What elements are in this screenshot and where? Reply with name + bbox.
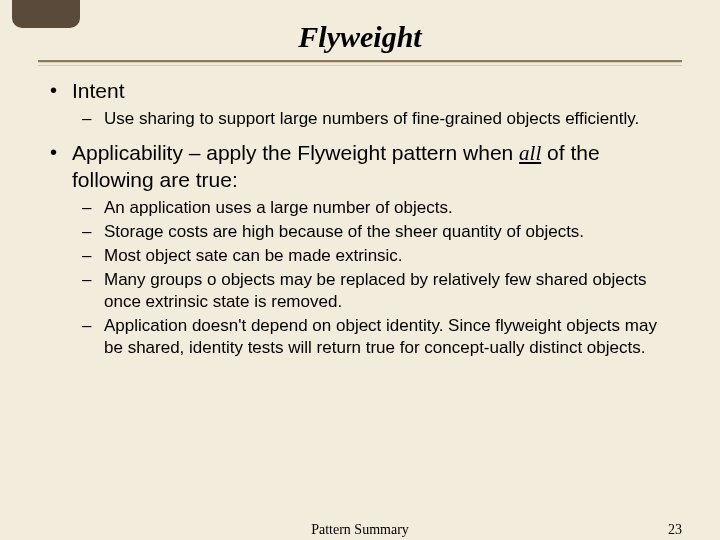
slide-title: Flyweight bbox=[0, 0, 720, 60]
applic-sub-4: Application doesn't depend on object ide… bbox=[100, 315, 674, 359]
bullet-applicability: Applicability – apply the Flyweight patt… bbox=[68, 140, 674, 359]
bullet-intent-label: Intent bbox=[72, 78, 674, 104]
applic-pre: Applicability – apply the Flyweight patt… bbox=[72, 141, 519, 164]
bullet-intent: Intent Use sharing to support large numb… bbox=[68, 78, 674, 130]
bullet-applicability-label: Applicability – apply the Flyweight patt… bbox=[72, 140, 674, 193]
footer-page-number: 23 bbox=[668, 522, 682, 538]
footer-center-text: Pattern Summary bbox=[311, 522, 409, 538]
intent-sub-0: Use sharing to support large numbers of … bbox=[100, 108, 674, 130]
applic-sub-0: An application uses a large number of ob… bbox=[100, 197, 674, 219]
title-rule bbox=[38, 60, 682, 63]
applic-emph: all bbox=[519, 141, 541, 165]
applic-sub-1: Storage costs are high because of the sh… bbox=[100, 221, 674, 243]
applic-sub-3: Many groups o objects may be replaced by… bbox=[100, 269, 674, 313]
slide-tab-decoration bbox=[12, 0, 80, 28]
slide-body: Intent Use sharing to support large numb… bbox=[0, 66, 720, 360]
applic-sub-2: Most object sate can be made extrinsic. bbox=[100, 245, 674, 267]
